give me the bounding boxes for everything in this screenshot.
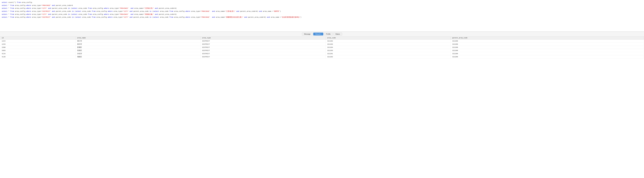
cell-r0-c2: DISTRICT: [200, 40, 326, 43]
cell-r4-c1: 兴化市: [75, 52, 200, 55]
cell-r5-c4: 321200: [450, 55, 644, 58]
table-row: 1224靖江市DISTRICT321282321200: [0, 40, 644, 43]
cell-r4-c0: 4134: [0, 52, 75, 55]
cell-r1-c0: 1233: [0, 43, 75, 46]
cell-r0-c1: 靖江市: [75, 40, 200, 43]
cell-r2-c0: 1590: [0, 46, 75, 49]
cell-r5-c0: 4136: [0, 55, 75, 58]
cell-r3-c4: 321200: [450, 49, 644, 52]
table-row: 1233泰兴市DISTRICT321283321200: [0, 43, 644, 46]
tab-message[interactable]: Message: [302, 32, 313, 36]
col-header-parent_area_code: parent_area_code: [450, 36, 644, 40]
cell-r1-c2: DISTRICT: [200, 43, 326, 46]
result-table-container: idarea_namearea_typearea_codeparent_area…: [0, 36, 644, 58]
cell-r1-c1: 泰兴市: [75, 43, 200, 46]
col-header-area_code: area_code: [326, 36, 450, 40]
sql-line-2: select * from area_config where area_typ…: [2, 4, 642, 7]
cell-r4-c3: 321281: [326, 52, 450, 55]
sql-line-1: select count(*) from area_config: [2, 1, 642, 4]
table-row: 4136海陵区DISTRICT321202321200: [0, 55, 644, 58]
cell-r2-c3: 321204: [326, 46, 450, 49]
cell-r0-c0: 1224: [0, 40, 75, 43]
sql-line-6: select * from area_config where area_typ…: [2, 16, 642, 19]
cell-r3-c3: 321203: [326, 49, 450, 52]
cell-r2-c4: 321200: [450, 46, 644, 49]
cell-r5-c2: DISTRICT: [200, 55, 326, 58]
result-table: idarea_namearea_typearea_codeparent_area…: [0, 36, 644, 58]
sql-line-3: select * from area_config where area_typ…: [2, 7, 642, 10]
tab-status[interactable]: Status: [333, 32, 342, 36]
cell-r3-c0: 3303: [0, 49, 75, 52]
cell-r4-c4: 321200: [450, 52, 644, 55]
cell-r3-c1: 高港区: [75, 49, 200, 52]
sql-editor: select count(*) from area_configselect *…: [0, 0, 644, 32]
col-header-id: id: [0, 36, 75, 40]
cell-r1-c3: 321283: [326, 43, 450, 46]
sql-line-5: select * from area_config where area_typ…: [2, 13, 642, 16]
cell-r2-c2: DISTRICT: [200, 46, 326, 49]
table-row: 3303高港区DISTRICT321203321200: [0, 49, 644, 52]
cell-r1-c4: 321200: [450, 43, 644, 46]
cell-r3-c2: DISTRICT: [200, 49, 326, 52]
cell-r0-c4: 321200: [450, 40, 644, 43]
tabs-bar: MessageResult 1ProfileStatus: [0, 32, 644, 36]
table-row: 4134兴化市DISTRICT321281321200: [0, 52, 644, 55]
tab-result1[interactable]: Result 1: [313, 32, 323, 36]
cell-r5-c3: 321202: [326, 55, 450, 58]
sql-line-4: select * from area_config where area_typ…: [2, 10, 642, 13]
col-header-area_name: area_name: [75, 36, 200, 40]
cell-r4-c2: DISTRICT: [200, 52, 326, 55]
col-header-area_type: area_type: [200, 36, 326, 40]
tab-profile[interactable]: Profile: [324, 32, 332, 36]
table-row: 1590姜堰区DISTRICT321204321200: [0, 46, 644, 49]
cell-r0-c3: 321282: [326, 40, 450, 43]
cell-r5-c1: 海陵区: [75, 55, 200, 58]
cell-r2-c1: 姜堰区: [75, 46, 200, 49]
